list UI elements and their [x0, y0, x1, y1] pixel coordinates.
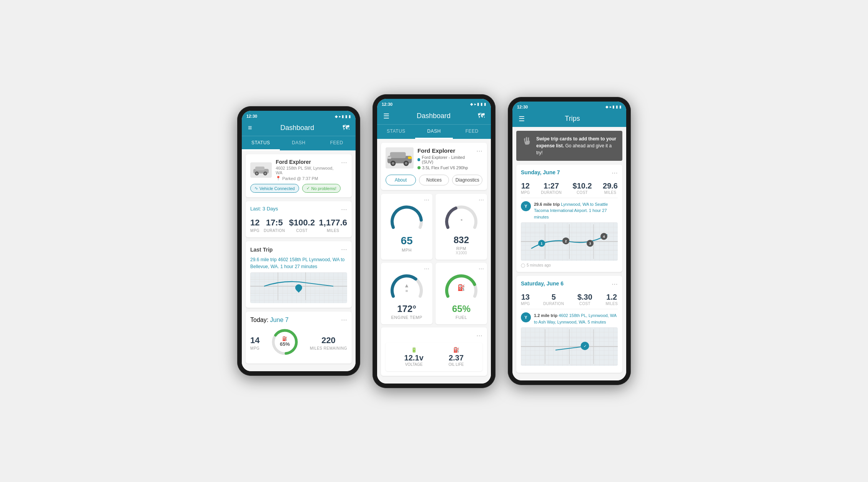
- swipe-icon: [521, 135, 532, 149]
- problems-badge: ✓ No problems!: [302, 184, 341, 193]
- saturday-stats: 13 MPG 5 DURATION $.30 COST 1.2 MILES: [521, 293, 618, 306]
- today-mpg: 14 MPG: [250, 335, 259, 350]
- svg-text:〓: 〓: [405, 289, 408, 293]
- speed-more[interactable]: ⋯: [424, 197, 429, 203]
- tab-dash-2[interactable]: DASH: [415, 125, 453, 139]
- trips-title: Trips: [525, 115, 620, 123]
- sensor-card: ⋯ 🔋 12.1v VOLTAGE ⛽ 2.37 OIL LIFE: [381, 327, 487, 376]
- tab-bar-2: STATUS DASH FEED: [377, 124, 491, 139]
- svg-point-18: [392, 162, 394, 165]
- dashboard-title-1: Dashboard: [252, 124, 343, 132]
- stats-more[interactable]: ⋯: [341, 206, 347, 213]
- speed-svg: [389, 198, 424, 233]
- trip-info: 29.6 mile trip 4602 158th PL Lynnwood, W…: [250, 256, 347, 303]
- sat-duration: 5 DURATION: [543, 293, 564, 306]
- menu-icon-2[interactable]: ☰: [383, 112, 389, 120]
- map-icon-1[interactable]: 🗺: [343, 124, 349, 132]
- about-button[interactable]: About: [386, 175, 416, 185]
- svg-text:1: 1: [540, 242, 542, 245]
- menu-icon-1[interactable]: ≡: [248, 124, 252, 132]
- fuel-more[interactable]: ⋯: [479, 266, 484, 272]
- trip-icon-1: Y: [521, 201, 531, 211]
- content-1: Ford Explorer 4602 158th PL SW, Lynnwood…: [242, 150, 356, 371]
- notices-button[interactable]: Notices: [419, 175, 449, 185]
- wifi-icon: ∿: [254, 186, 258, 191]
- sensor-more[interactable]: ⋯: [476, 332, 482, 339]
- sunday-more[interactable]: ⋯: [612, 169, 618, 177]
- sensor-row: 🔋 12.1v VOLTAGE ⛽ 2.37 OIL LIFE: [386, 342, 482, 371]
- sat-miles: 1.2 MILES: [605, 293, 618, 306]
- rpm-svg: ◄: [444, 198, 479, 233]
- svg-rect-21: [387, 157, 391, 159]
- last-stats-row: 12 MPG 17:5 DURATION $100.2 COST 1,177.6…: [250, 218, 347, 233]
- today-row: 14 MPG ⛽ 65% 220 MILES REMAINING: [250, 327, 347, 359]
- voltage-label: VOLTAGE: [404, 362, 424, 367]
- rpm-more[interactable]: ⋯: [479, 197, 484, 203]
- dashboard-title-2: Dashboard: [389, 112, 478, 120]
- vehicle-address-1: 4602 158th PL SW, Lynnwood, WA: [276, 166, 337, 175]
- stat-cost: $100.2 COST: [289, 218, 315, 233]
- vehicle-name-1: Ford Explorer: [276, 159, 337, 165]
- rpm-unit: RPM: [440, 246, 482, 251]
- status-bar-3: 12:30 ◆ ▸ ▮ ▮ ▮: [512, 102, 626, 111]
- sunday-card: Sunday, June 7 ⋯ 12 MPG 1:27 DURATION $1…: [516, 165, 622, 272]
- oil-icon: ⛽: [449, 347, 464, 353]
- map-icon-2[interactable]: 🗺: [478, 112, 485, 120]
- trip-more[interactable]: ⋯: [341, 246, 347, 253]
- vehicle-parked-1: 📍 Parked @ 7:37 PM: [276, 176, 337, 181]
- pin-icon: 📍: [276, 176, 281, 181]
- stat-miles: 1,177.6 MILES: [319, 218, 347, 233]
- menu-icon-3[interactable]: ☰: [519, 115, 525, 123]
- vehicle-sub2: 3.5L Flex Fuel V6 290hp: [417, 165, 472, 170]
- tab-bar-1: STATUS DASH FEED: [242, 136, 356, 150]
- tab-feed-1[interactable]: FEED: [318, 136, 356, 150]
- svg-rect-22: [408, 157, 412, 159]
- sunday-stats: 12 MPG 1:27 DURATION $10.2 COST 29.6 MIL…: [521, 182, 618, 195]
- detail-more[interactable]: ⋯: [476, 147, 482, 155]
- saturday-more[interactable]: ⋯: [612, 280, 618, 288]
- last-label: Last: 3 Days: [250, 206, 278, 212]
- sat-mpg: 13 MPG: [521, 293, 530, 306]
- sunday-map-svg: 1 2 3 4: [521, 222, 618, 261]
- action-buttons: About Notices Diagnostics: [386, 175, 482, 185]
- fuel-gauge-card: ⋯ ⛽ 65% FUEL: [436, 263, 487, 324]
- tab-status-1[interactable]: STATUS: [242, 136, 280, 150]
- tab-dash-1[interactable]: DASH: [280, 136, 318, 150]
- fuel-svg: ⛽: [444, 267, 479, 302]
- vehicle-info-1: Ford Explorer 4602 158th PL SW, Lynnwood…: [276, 159, 337, 181]
- svg-text:◄: ◄: [460, 218, 463, 222]
- status-icons-1: ◆ ▸ ▮ ▮ ▮: [335, 114, 351, 118]
- saturday-map: ✓: [521, 327, 618, 366]
- svg-text:65%: 65%: [280, 341, 290, 347]
- tip-banner: Swipe trip cards to add them to your exp…: [516, 131, 622, 161]
- vehicle-img-2: [386, 147, 414, 168]
- app-header-3: ☰ Trips: [512, 111, 626, 127]
- sun-cost: $10.2 COST: [573, 182, 592, 195]
- sunday-header: Sunday, June 7: [521, 169, 560, 175]
- status-icons-3: ◆ ▸ ▮ ▮ ▮: [605, 105, 622, 109]
- diagnostics-button[interactable]: Diagnostics: [452, 175, 482, 185]
- svg-text:⛽: ⛽: [282, 336, 288, 341]
- speed-unit: MPH: [386, 248, 428, 252]
- temp-more[interactable]: ⋯: [424, 266, 429, 272]
- connected-badge: ∿ Vehicle Connected: [250, 184, 299, 193]
- time-2: 12:30: [382, 102, 392, 107]
- dot-blue-1: [417, 158, 420, 161]
- tab-status-2[interactable]: STATUS: [377, 125, 415, 139]
- fuel-unit: FUEL: [440, 315, 482, 320]
- svg-text:3: 3: [589, 242, 591, 245]
- clock-icon-1: ◯: [521, 263, 525, 267]
- trip-map-1: [250, 272, 347, 303]
- oil-label: OIL LIFE: [449, 362, 464, 367]
- today-label: Today: June 7: [250, 317, 289, 324]
- voltage-sensor: 🔋 12.1v VOLTAGE: [404, 347, 424, 367]
- tab-feed-2[interactable]: FEED: [453, 125, 491, 139]
- stat-duration: 17:5 DURATION: [264, 218, 285, 233]
- vehicle-more-1[interactable]: ⋯: [341, 159, 347, 166]
- status-badges-1: ∿ Vehicle Connected ✓ No problems!: [250, 181, 347, 193]
- speed-gauge-card: ⋯ 65 MPH: [381, 194, 432, 260]
- today-more[interactable]: ⋯: [341, 316, 347, 324]
- svg-point-5: [264, 172, 266, 174]
- vehicle-detail-info: Ford Explorer Ford Explorer - Limited (S…: [417, 147, 472, 170]
- app-header-1: ≡ Dashboard 🗺: [242, 120, 356, 136]
